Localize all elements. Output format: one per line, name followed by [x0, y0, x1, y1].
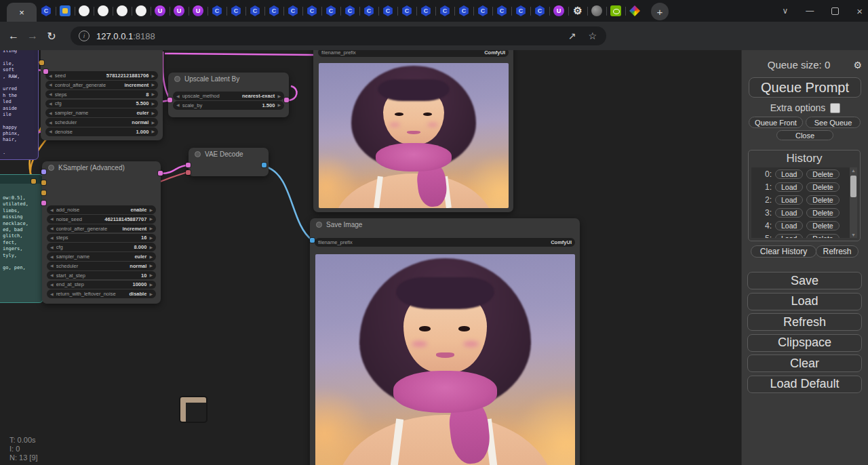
increment-arrow-icon[interactable]: ▶: [149, 236, 153, 240]
browser-tab[interactable]: U: [549, 1, 568, 21]
history-scrollbar[interactable]: ▲ ▼: [850, 167, 857, 238]
browser-tab[interactable]: ⚙: [568, 1, 587, 21]
increment-arrow-icon[interactable]: ▶: [151, 74, 155, 78]
ksampler-adv-input-slot-positive[interactable]: [41, 180, 46, 185]
browser-tab[interactable]: [56, 1, 75, 21]
decrement-arrow-icon[interactable]: ◀: [50, 283, 54, 287]
maximize-icon[interactable]: [831, 7, 839, 15]
decrement-arrow-icon[interactable]: ◀: [50, 217, 54, 221]
history-load-button[interactable]: Load: [775, 182, 803, 192]
widget-row[interactable]: ◀ sampler_name euler ▶: [45, 108, 158, 117]
increment-arrow-icon[interactable]: ▶: [149, 255, 153, 259]
clear-history-button[interactable]: Clear History: [751, 245, 816, 258]
increment-arrow-icon[interactable]: ▶: [149, 292, 153, 296]
widget-row[interactable]: ◀ scheduler normal ▶: [47, 262, 156, 270]
widget-row[interactable]: ◀ control_after_generate increment ▶: [47, 224, 156, 233]
menu-action-button[interactable]: Load: [747, 293, 862, 310]
browser-tab[interactable]: C: [226, 1, 245, 21]
decrement-arrow-icon[interactable]: ◀: [50, 292, 54, 296]
forward-button[interactable]: →: [23, 30, 42, 42]
decrement-arrow-icon[interactable]: ◀: [176, 94, 180, 98]
increment-arrow-icon[interactable]: ▶: [151, 129, 155, 134]
widget-row[interactable]: ◀ end_at_step 10000 ▶: [47, 281, 156, 289]
browser-tab[interactable]: [113, 1, 132, 21]
decrement-arrow-icon[interactable]: ◀: [50, 245, 54, 249]
browser-tab[interactable]: C: [530, 1, 549, 21]
browser-tab[interactable]: U: [189, 1, 208, 21]
history-delete-button[interactable]: Delete: [806, 169, 839, 179]
save-image-input-slot-images[interactable]: [310, 238, 315, 243]
history-delete-button[interactable]: Delete: [806, 195, 839, 205]
clip-text-output-slot[interactable]: [31, 179, 36, 184]
increment-arrow-icon[interactable]: ▶: [151, 92, 155, 96]
browser-tab[interactable]: [587, 1, 606, 21]
widget-row[interactable]: ◀ return_with_leftover_noise disable ▶: [47, 289, 156, 298]
widget-row[interactable]: ◀ scheduler normal ▶: [45, 118, 158, 127]
increment-arrow-icon[interactable]: ▶: [149, 245, 153, 249]
widget-row[interactable]: ◀ add_noise enable ▶: [47, 205, 156, 214]
decrement-arrow-icon[interactable]: ◀: [49, 111, 52, 115]
decrement-arrow-icon[interactable]: ◀: [49, 121, 52, 125]
history-load-button[interactable]: Load: [775, 221, 803, 230]
browser-tab[interactable]: C: [208, 1, 226, 21]
ksampler-adv-input-slot-latent-image[interactable]: [41, 201, 46, 205]
increment-arrow-icon[interactable]: ▶: [149, 264, 153, 268]
bookmark-star-icon[interactable]: ☆: [588, 31, 597, 41]
history-delete-button[interactable]: Delete: [806, 182, 839, 192]
history-delete-button[interactable]: Delete: [806, 208, 839, 218]
scroll-down-icon[interactable]: ▼: [850, 232, 857, 237]
decrement-arrow-icon[interactable]: ◀: [49, 129, 52, 134]
widget-row[interactable]: filename_prefix ComfyUI: [318, 50, 509, 57]
browser-tab[interactable]: C: [454, 1, 473, 21]
browser-tab[interactable]: U: [151, 1, 170, 21]
browser-tab[interactable]: [94, 1, 113, 21]
node-graph-canvas[interactable]: ilingile,soft, RAW,urredh theledasideile…: [0, 50, 741, 465]
browser-tab[interactable]: C: [416, 1, 435, 21]
browser-tab[interactable]: [75, 1, 94, 21]
collapse-dot[interactable]: [174, 76, 180, 82]
node-clip-text-negative[interactable]: ow:0.5],utilated,limbs,missingnecklace,e…: [0, 174, 43, 303]
widget-row[interactable]: ◀ steps 8 ▶: [45, 90, 158, 99]
increment-arrow-icon[interactable]: ▶: [149, 208, 153, 212]
node-ksampler-advanced[interactable]: KSampler (Advanced) ◀ add_noise enable ▶…: [42, 161, 161, 304]
vae-decode-input-slot-samples[interactable]: [186, 163, 191, 167]
browser-tab[interactable]: [606, 1, 625, 21]
scroll-up-icon[interactable]: ▲: [850, 168, 857, 173]
widget-row[interactable]: ◀ cfg 5.500 ▶: [45, 100, 158, 108]
browser-tab[interactable]: C: [473, 1, 492, 21]
menu-action-button[interactable]: Clipspace: [747, 334, 862, 352]
ksampler-adv-input-slot-model[interactable]: [41, 169, 46, 174]
browser-tab[interactable]: C: [397, 1, 416, 21]
browser-tab[interactable]: C: [435, 1, 454, 21]
increment-arrow-icon[interactable]: ▶: [149, 273, 153, 277]
browser-tab[interactable]: C: [511, 1, 530, 21]
browser-tab[interactable]: C: [37, 1, 56, 21]
increment-arrow-icon[interactable]: ▶: [151, 121, 155, 125]
increment-arrow-icon[interactable]: ▶: [277, 103, 281, 107]
increment-arrow-icon[interactable]: ▶: [277, 94, 281, 98]
window-close-icon[interactable]: ×: [856, 5, 863, 17]
decrement-arrow-icon[interactable]: ◀: [50, 226, 54, 230]
menu-action-button[interactable]: Refresh: [747, 313, 862, 331]
browser-tab[interactable]: C: [264, 1, 283, 21]
history-load-button[interactable]: Load: [775, 195, 803, 205]
increment-arrow-icon[interactable]: ▶: [149, 283, 153, 287]
menu-action-button[interactable]: Save: [747, 272, 862, 289]
decrement-arrow-icon[interactable]: ◀: [176, 103, 180, 107]
ksampler-adv-input-slot-negative[interactable]: [41, 190, 46, 195]
browser-tab[interactable]: C: [340, 1, 359, 21]
widget-row[interactable]: ◀ upscale_method nearest-exact ▶: [173, 92, 284, 100]
tab-close-icon[interactable]: ×: [19, 7, 24, 18]
node-clip-text-positive[interactable]: ilingile,soft, RAW,urredh theledasideile…: [0, 50, 39, 160]
settings-gear-icon[interactable]: ⚙: [853, 60, 862, 70]
widget-row[interactable]: filename_prefix ComfyUI: [315, 238, 575, 247]
browser-tab[interactable]: C: [359, 1, 378, 21]
history-load-button[interactable]: Load: [775, 234, 803, 239]
queue-prompt-button[interactable]: Queue Prompt: [749, 77, 861, 98]
history-load-button[interactable]: Load: [775, 208, 803, 218]
extra-options-checkbox[interactable]: [830, 103, 840, 113]
widget-row[interactable]: ◀ scale_by 1.500 ▶: [173, 101, 284, 110]
input-slot-latent[interactable]: [43, 69, 48, 74]
see-queue-button[interactable]: See Queue: [806, 117, 861, 128]
upscale-input-slot-samples[interactable]: [167, 98, 172, 102]
